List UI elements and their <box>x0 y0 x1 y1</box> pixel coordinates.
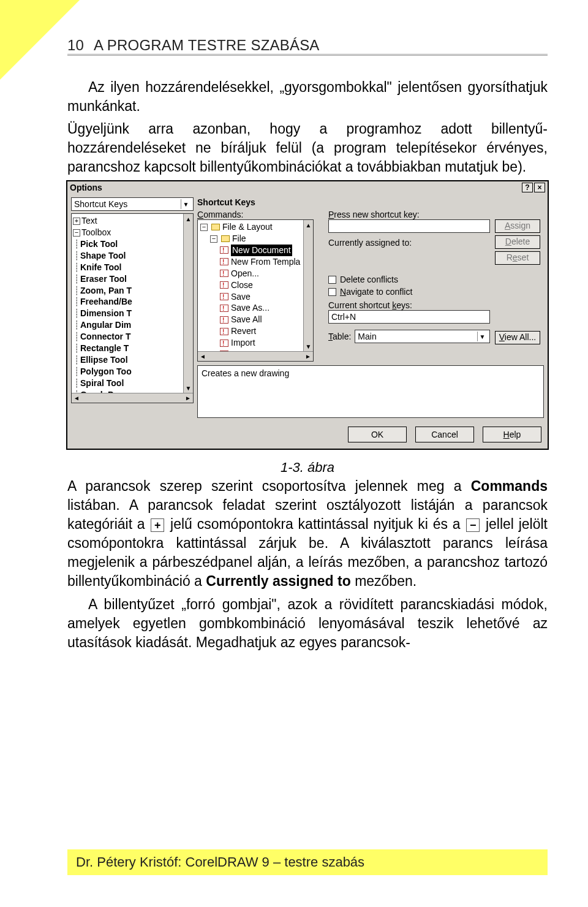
scroll-up-icon[interactable]: ▲ <box>304 220 314 230</box>
view-all-button[interactable]: View All... <box>495 331 540 344</box>
paragraph-1: Az ilyen hozzárendelésekkel, „gyorsgombo… <box>67 78 548 116</box>
command-icon <box>220 305 228 312</box>
folder-icon <box>221 235 230 242</box>
dialog-title: Options <box>70 183 102 192</box>
folder-icon <box>211 224 220 230</box>
command-icon <box>220 328 228 335</box>
expand-icon[interactable]: + <box>73 218 80 225</box>
paragraph-2: Ügyeljünk arra azonban, hogy a programho… <box>67 120 548 176</box>
category-combo[interactable]: Shortcut Keys ▼ <box>71 197 194 211</box>
collapse-icon[interactable]: − <box>73 229 80 237</box>
command-icon <box>220 270 228 277</box>
ok-button[interactable]: OK <box>348 427 407 442</box>
table-combo[interactable]: Main ▼ <box>355 330 490 343</box>
scroll-right-icon[interactable]: ► <box>183 393 193 403</box>
page-title: A PROGRAM TESTRE SZABÁSA <box>94 37 319 53</box>
current-shortcut-box: Ctrl+N <box>328 310 490 324</box>
navigate-conflict-checkbox[interactable] <box>328 288 336 296</box>
scroll-up-icon[interactable]: ▲ <box>184 214 194 224</box>
paragraph-4: A billentyűzet „forró gombjai", azok a r… <box>67 595 548 652</box>
scroll-down-icon[interactable]: ▼ <box>184 383 194 393</box>
command-icon <box>220 340 228 347</box>
chevron-down-icon: ▼ <box>477 332 487 341</box>
reset-button[interactable]: Reset <box>495 251 540 265</box>
panel-heading: Shortcut Keys <box>197 197 544 207</box>
help-button[interactable]: ? <box>522 183 533 192</box>
currently-assigned-label: Currently assigned to: <box>328 238 490 248</box>
command-icon <box>220 258 228 265</box>
command-icon <box>220 246 228 254</box>
options-dialog: Options ? × Shortcut Keys ▼ +Text −Toolb… <box>66 180 549 450</box>
cancel-button[interactable]: Cancel <box>415 427 474 442</box>
page-header: 10A PROGRAM TESTRE SZABÁSA <box>67 37 548 56</box>
nav-tree[interactable]: +Text −Toolbox ┊Pick Tool ┊Shape Tool ┊K… <box>71 213 194 403</box>
command-icon <box>220 281 228 289</box>
category-combo-value: Shortcut Keys <box>74 199 127 209</box>
delete-button[interactable]: Delete <box>495 235 540 249</box>
commands-tree[interactable]: −File & Layout −File New Document New Fr… <box>197 219 314 362</box>
page-footer: Dr. Pétery Kristóf: CorelDRAW 9 – testre… <box>67 849 548 875</box>
delete-conflicts-checkbox[interactable] <box>328 276 336 284</box>
scroll-left-icon[interactable]: ◄ <box>72 393 81 403</box>
plus-icon: + <box>151 518 164 532</box>
assign-button[interactable]: Assign <box>495 219 540 233</box>
chevron-down-icon: ▼ <box>181 199 190 209</box>
commands-selected[interactable]: New Document <box>231 245 292 256</box>
command-icon <box>220 293 228 300</box>
scroll-left-icon[interactable]: ◄ <box>198 352 208 362</box>
scroll-down-icon[interactable]: ▼ <box>304 341 314 351</box>
new-shortcut-input[interactable] <box>328 219 490 233</box>
help-button[interactable]: Help <box>483 427 541 442</box>
minus-icon: − <box>466 518 480 532</box>
description-box: Creates a new drawing <box>197 365 544 418</box>
figure-caption: 1-3. ábra <box>67 460 548 476</box>
command-icon <box>220 316 228 324</box>
paragraph-3: A parancsok szerep szerint csoportosítva… <box>67 477 548 591</box>
scroll-right-icon[interactable]: ► <box>303 352 313 362</box>
close-button[interactable]: × <box>534 183 545 192</box>
